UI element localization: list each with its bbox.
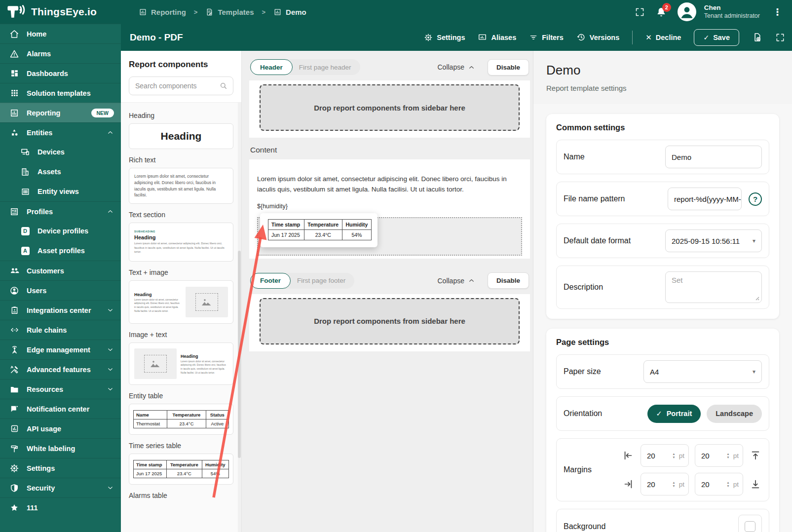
background-image-button[interactable] <box>738 515 762 532</box>
search-components-input[interactable] <box>135 82 219 90</box>
logo-text: ThingsEye.io <box>31 6 97 18</box>
footer-disable-button[interactable]: Disable <box>488 272 529 289</box>
sidebar-item-notification-center[interactable]: Notification center <box>0 399 121 418</box>
sidebar-item-alarms[interactable]: Alarms <box>0 43 121 63</box>
margin-left-input[interactable]: 20▲▼pt <box>695 473 743 495</box>
sidebar-item-security[interactable]: Security <box>0 478 121 497</box>
components-scrollbar-track[interactable] <box>238 103 241 532</box>
first-page-footer-chip[interactable]: First page footer <box>291 277 354 284</box>
component-card-text-section[interactable]: SUBHEADING Heading Lorem ipsum dolor sit… <box>129 223 233 262</box>
entities-icon <box>9 128 19 138</box>
sidebar-item-device-profiles[interactable]: DDevice profiles <box>0 221 121 241</box>
header-dropzone[interactable]: Drop report components from sidebar here <box>260 84 520 131</box>
chevron-down-icon <box>107 484 114 492</box>
breadcrumb-reporting[interactable]: Reporting <box>139 8 186 16</box>
aliases-button[interactable]: Aliases <box>478 33 516 42</box>
file-name-pattern-field[interactable]: report-%d{yyyy-MM-dc <box>668 188 742 210</box>
sidebar-item-api-usage[interactable]: API usage <box>0 418 121 438</box>
components-list: Heading Heading Rich text Lorem ipsum do… <box>121 102 241 532</box>
stepper-icon[interactable]: ▲▼ <box>726 481 729 488</box>
sidebar-item-dashboards[interactable]: Dashboards <box>0 63 121 83</box>
footer-collapse-button[interactable]: Collapse <box>437 277 474 285</box>
sidebar-item-rule-chains[interactable]: Rule chains <box>0 320 121 340</box>
header-collapse-button[interactable]: Collapse <box>437 63 474 71</box>
content-dropzone[interactable]: Time stampTemperatureHumidity Jun 17 202… <box>257 217 522 256</box>
new-badge: NEW <box>91 109 114 117</box>
sidebar-item-users[interactable]: Users <box>0 280 121 300</box>
sidebar-item-devices[interactable]: Devices <box>0 142 121 162</box>
content-variable[interactable]: ${humidity} <box>257 203 522 210</box>
sidebar-item-reporting[interactable]: ReportingNEW <box>0 103 121 122</box>
sidebar-item-asset-profiles[interactable]: AAsset profiles <box>0 241 121 261</box>
header-chip[interactable]: Header <box>250 59 293 75</box>
landscape-toggle[interactable]: Landscape <box>707 405 762 423</box>
fullscreen-icon <box>775 33 785 42</box>
sidebar-item-home[interactable]: Home <box>0 24 121 43</box>
settings-button[interactable]: Settings <box>424 33 465 42</box>
margin-bottom-input[interactable]: 20▲▼pt <box>641 473 689 495</box>
sidebar-item-white-labeling[interactable]: White labeling <box>0 438 121 458</box>
paper-size-select[interactable]: A4 ▾ <box>643 360 762 383</box>
header-disable-button[interactable]: Disable <box>488 59 529 76</box>
sidebar-item-integrations-center[interactable]: Integrations center <box>0 300 121 320</box>
first-page-header-chip[interactable]: First page header <box>293 64 360 71</box>
portrait-toggle[interactable]: ✓ Portrait <box>647 405 701 423</box>
breadcrumb-templates[interactable]: Templates <box>205 8 254 16</box>
footer-page-toggle[interactable]: Footer First page footer <box>250 273 354 289</box>
breadcrumb-demo[interactable]: Demo <box>273 8 306 16</box>
profiles-icon <box>9 207 19 217</box>
stepper-icon[interactable]: ▲▼ <box>672 481 675 488</box>
component-card-image-text[interactable]: Heading Lorem ipsum dolor sit amet, cons… <box>129 342 233 385</box>
content-paragraph[interactable]: Lorem ipsum dolor sit amet, consectetur … <box>257 174 522 195</box>
sidebar-item-edge-management[interactable]: Edge management <box>0 340 121 359</box>
search-components-box[interactable] <box>129 76 233 95</box>
name-row: Name Demo <box>556 140 769 174</box>
sidebar-item-entity-views[interactable]: Entity views <box>0 182 121 201</box>
avatar[interactable] <box>678 2 696 21</box>
component-card-heading[interactable]: Heading <box>129 123 233 149</box>
building-icon <box>20 167 30 177</box>
breadcrumb-separator: > <box>194 8 198 16</box>
sidebar-item-solution-templates[interactable]: Solution templates <box>0 83 121 103</box>
sidebar-item-advanced-features[interactable]: Advanced features <box>0 359 121 379</box>
versions-button[interactable]: Versions <box>576 33 619 42</box>
stepper-icon[interactable]: ▲▼ <box>726 452 729 459</box>
user-info[interactable]: Chen Tenant administrator <box>704 4 760 20</box>
help-icon[interactable]: ? <box>749 192 762 206</box>
sidebar-item-settings[interactable]: Settings <box>0 458 121 478</box>
footer-dropzone[interactable]: Drop report components from sidebar here <box>260 298 520 344</box>
logo[interactable]: ThingsEye.io <box>0 0 121 24</box>
fullscreen-icon[interactable] <box>635 7 645 17</box>
component-card-rich-text[interactable]: Lorem ipsum dolor sit amet, consectetur … <box>129 168 233 204</box>
component-card-entity-table[interactable]: NameTemperatureStatus Thermostat23.4°CAc… <box>129 404 233 435</box>
sidebar-item-resources[interactable]: Resources <box>0 379 121 399</box>
save-button[interactable]: ✓ Save <box>694 29 739 46</box>
sidebar-item-111[interactable]: 111 <box>0 497 121 517</box>
stepper-icon[interactable]: ▲▼ <box>672 452 675 459</box>
caret-down-icon: ▾ <box>753 237 755 244</box>
filters-button[interactable]: Filters <box>529 33 564 42</box>
footer-chip[interactable]: Footer <box>250 273 291 289</box>
export-report-button[interactable] <box>752 32 762 42</box>
margin-bottom-icon <box>749 479 762 490</box>
sidebar-item-assets[interactable]: Assets <box>0 162 121 182</box>
default-date-format-select[interactable]: 2025-09-15 10:56:11 ▾ <box>665 229 762 252</box>
expand-editor-icon[interactable] <box>775 33 785 42</box>
margin-right-input[interactable]: 20▲▼pt <box>695 444 743 467</box>
sidebar-item-profiles[interactable]: Profiles <box>0 201 121 221</box>
sidebar-item-entities[interactable]: Entities <box>0 122 121 142</box>
decline-button[interactable]: ✕ Decline <box>645 33 681 42</box>
chevron-down-icon <box>107 385 114 393</box>
header-page-toggle[interactable]: Header First page header <box>250 59 360 75</box>
resize-handle-icon[interactable] <box>754 296 759 301</box>
margin-top-input[interactable]: 20▲▼pt <box>641 444 689 467</box>
components-scrollbar-thumb[interactable] <box>238 251 241 458</box>
notifications-button[interactable]: 2 <box>656 6 667 17</box>
sidebar-item-customers[interactable]: Customers <box>0 261 121 280</box>
kebab-menu-icon[interactable]: ⋮ <box>771 6 784 18</box>
component-card-time-series-table[interactable]: Time stampTemperatureHumidity Jun 17 202… <box>129 454 233 485</box>
dragged-time-series-table[interactable]: Time stampTemperatureHumidity Jun 17 202… <box>260 213 377 247</box>
component-card-text-image[interactable]: Heading Lorem ipsum dolor sit amet, cons… <box>129 280 233 324</box>
description-textarea[interactable]: Set <box>665 271 762 303</box>
name-field[interactable]: Demo <box>665 146 762 168</box>
